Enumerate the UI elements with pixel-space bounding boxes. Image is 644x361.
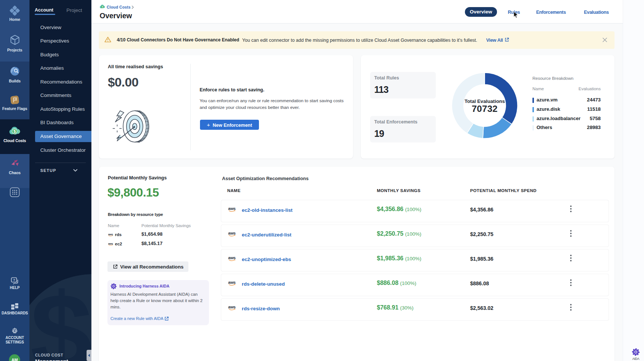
svg-text:aws: aws — [228, 305, 236, 309]
svg-text:aws: aws — [108, 233, 113, 236]
svg-text:aws: aws — [228, 231, 236, 235]
svg-text:?: ? — [13, 278, 15, 282]
svg-text:aws: aws — [108, 242, 113, 245]
svg-text:aws: aws — [228, 255, 236, 260]
svg-text:aws: aws — [228, 280, 236, 285]
svg-text:$: $ — [13, 129, 16, 134]
svg-text:aws: aws — [228, 206, 236, 211]
